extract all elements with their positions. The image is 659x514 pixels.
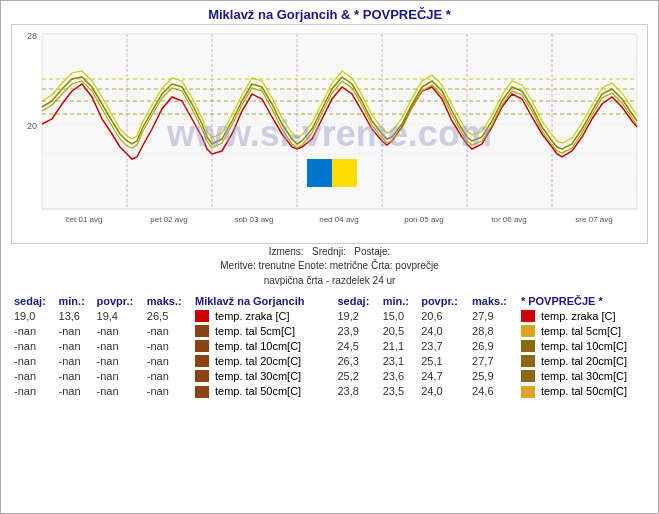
cell-min: -nan: [56, 338, 94, 353]
legend-color-cell: [192, 368, 212, 383]
col-header-maks-1: maks.:: [144, 294, 192, 308]
svg-text:čet 01 avg: čet 01 avg: [66, 215, 103, 224]
legend-box: [521, 340, 535, 352]
svg-rect-28: [332, 172, 357, 187]
col-header-min-1: min.:: [56, 294, 94, 308]
table-row: 25,2 23,6 24,7 25,9 temp. tal 30cm[C]: [335, 368, 649, 383]
cell-label: temp. tal 20cm[C]: [538, 353, 648, 368]
legend-box: [195, 370, 209, 382]
svg-text:tor 06 avg: tor 06 avg: [491, 215, 527, 224]
legend-color-cell: [192, 308, 212, 323]
svg-marker-30: [332, 159, 357, 172]
table-row: -nan -nan -nan -nan temp. tal 5cm[C]: [11, 323, 325, 338]
legend-color-cell: [518, 323, 538, 338]
legend-color-cell: [518, 308, 538, 323]
cell-label: temp. tal 20cm[C]: [212, 353, 325, 368]
cell-min: -nan: [56, 383, 94, 398]
cell-povpr: 19,4: [94, 308, 144, 323]
legend-box: [195, 310, 209, 322]
cell-maks: -nan: [144, 368, 192, 383]
col-header-sedaj-2: sedaj:: [335, 294, 380, 308]
cell-label: temp. zraka [C]: [212, 308, 325, 323]
cell-maks: 24,6: [469, 383, 518, 398]
data-table-2: sedaj: min.: povpr.: maks.: * POVPREČJE …: [335, 294, 649, 399]
legend-box: [195, 325, 209, 337]
chart-subtitle: Izmens: Srednji: Postaje:: [1, 244, 658, 259]
cell-label: temp. tal 30cm[C]: [212, 368, 325, 383]
cell-min: 23,1: [380, 353, 419, 368]
cell-sedaj: 23,9: [335, 323, 380, 338]
cell-maks: -nan: [144, 323, 192, 338]
svg-text:20: 20: [27, 121, 37, 131]
legend-box: [521, 310, 535, 322]
col-header-povpr-2: povpr.:: [418, 294, 469, 308]
cell-sedaj: -nan: [11, 338, 56, 353]
legend-box: [521, 355, 535, 367]
table-row: -nan -nan -nan -nan temp. tal 10cm[C]: [11, 338, 325, 353]
cell-povpr: 25,1: [418, 353, 469, 368]
cell-povpr: 24,0: [418, 323, 469, 338]
cell-label: temp. tal 10cm[C]: [212, 338, 325, 353]
main-container: Miklavž na Gorjancih & * POVPREČJE * 28 …: [0, 0, 659, 514]
cell-povpr: -nan: [94, 323, 144, 338]
cell-povpr: -nan: [94, 383, 144, 398]
cell-sedaj: 24,5: [335, 338, 380, 353]
legend-color-cell: [192, 383, 212, 398]
chart-area: 28 20 čet 01 avg pet 02 avg sob 03 avg n…: [11, 24, 648, 244]
cell-label: temp. tal 10cm[C]: [538, 338, 648, 353]
table-section-1: sedaj: min.: povpr.: maks.: Miklavž na G…: [11, 294, 325, 509]
table-row: 24,5 21,1 23,7 26,9 temp. tal 10cm[C]: [335, 338, 649, 353]
col-header-maks-2: maks.:: [469, 294, 518, 308]
table-row: -nan -nan -nan -nan temp. tal 30cm[C]: [11, 368, 325, 383]
legend-box: [521, 325, 535, 337]
legend-box: [195, 355, 209, 367]
subtitle-text: Izmens: Srednji: Postaje:: [269, 246, 391, 257]
table-row: 23,9 20,5 24,0 28,8 temp. tal 5cm[C]: [335, 323, 649, 338]
data-tables: sedaj: min.: povpr.: maks.: Miklavž na G…: [1, 290, 658, 513]
cell-label: temp. zraka [C]: [538, 308, 648, 323]
cell-sedaj: -nan: [11, 323, 56, 338]
legend-color-cell: [518, 353, 538, 368]
chart-title: Miklavž na Gorjancih & * POVPREČJE *: [1, 1, 658, 24]
cell-min: 23,6: [380, 368, 419, 383]
cell-sedaj: -nan: [11, 368, 56, 383]
cell-maks: -nan: [144, 383, 192, 398]
table-section-2: sedaj: min.: povpr.: maks.: * POVPREČJE …: [335, 294, 649, 509]
cell-min: -nan: [56, 368, 94, 383]
cell-min: 21,1: [380, 338, 419, 353]
table2-section-title: * POVPREČJE *: [518, 294, 648, 308]
legend-color-cell: [192, 338, 212, 353]
cell-min: 20,5: [380, 323, 419, 338]
navpicna-text: navpična črta - razdelek 24 ur: [1, 274, 658, 290]
cell-label: temp. tal 50cm[C]: [538, 383, 648, 398]
cell-povpr: 24,7: [418, 368, 469, 383]
cell-min: -nan: [56, 353, 94, 368]
cell-maks: 25,9: [469, 368, 518, 383]
cell-sedaj: 19,2: [335, 308, 380, 323]
chart-info: Meritve: trenutne Enote: metrične Črta: …: [1, 259, 658, 274]
cell-label: temp. tal 5cm[C]: [538, 323, 648, 338]
table1-section-title: Miklavž na Gorjancih: [192, 294, 325, 308]
table-row: 23,8 23,5 24,0 24,6 temp. tal 50cm[C]: [335, 383, 649, 398]
cell-label: temp. tal 50cm[C]: [212, 383, 325, 398]
cell-sedaj: 19,0: [11, 308, 56, 323]
table-row: 19,0 13,6 19,4 26,5 temp. zraka [C]: [11, 308, 325, 323]
cell-min: 15,0: [380, 308, 419, 323]
svg-text:sre 07 avg: sre 07 avg: [575, 215, 612, 224]
table-row: 19,2 15,0 20,6 27,9 temp. zraka [C]: [335, 308, 649, 323]
table-row: -nan -nan -nan -nan temp. tal 50cm[C]: [11, 383, 325, 398]
cell-povpr: 23,7: [418, 338, 469, 353]
cell-min: 13,6: [56, 308, 94, 323]
legend-color-cell: [518, 383, 538, 398]
cell-sedaj: 23,8: [335, 383, 380, 398]
svg-text:pet 02 avg: pet 02 avg: [150, 215, 187, 224]
legend-color-cell: [518, 368, 538, 383]
cell-sedaj: 26,3: [335, 353, 380, 368]
legend-box: [521, 386, 535, 398]
cell-maks: 26,9: [469, 338, 518, 353]
legend-box: [521, 370, 535, 382]
table-row: 26,3 23,1 25,1 27,7 temp. tal 20cm[C]: [335, 353, 649, 368]
col-header-min-2: min.:: [380, 294, 419, 308]
data-table-1: sedaj: min.: povpr.: maks.: Miklavž na G…: [11, 294, 325, 399]
cell-povpr: 20,6: [418, 308, 469, 323]
